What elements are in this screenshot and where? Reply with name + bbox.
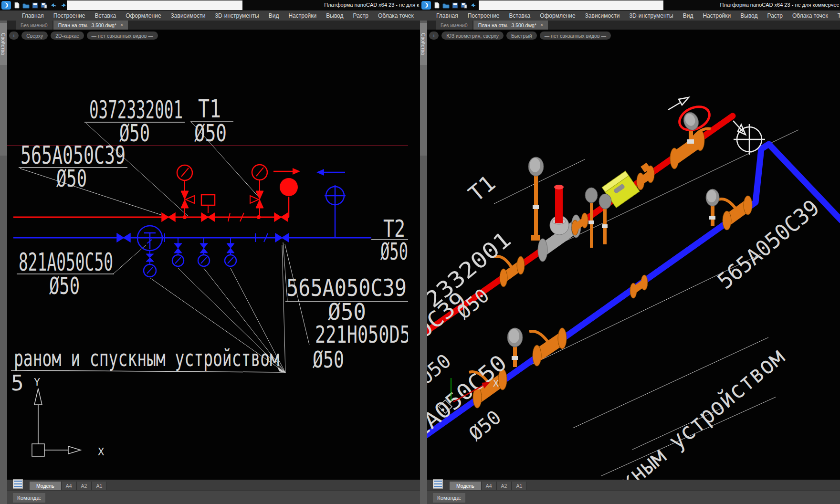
- titlebar[interactable]: Платформа nanoCAD x64 23 - не для коммер…: [420, 0, 840, 10]
- menu-item[interactable]: Главная: [17, 12, 49, 19]
- new-file-icon[interactable]: [14, 2, 20, 9]
- tab-plan-dwg[interactable]: План на отм. -3.500.dwg*×: [53, 21, 128, 30]
- red-tank-symbol: [280, 178, 298, 196]
- drawing-viewport-3d[interactable]: +ЮЗ изометрия, сверхуБыстрый— нет связан…: [427, 30, 840, 480]
- menu-item[interactable]: Вставка: [504, 12, 536, 19]
- menu-item[interactable]: Оформление: [121, 12, 166, 19]
- tab-close-icon[interactable]: ×: [540, 22, 543, 28]
- undo-icon[interactable]: [50, 2, 57, 8]
- layouts-menu-icon[interactable]: [433, 479, 443, 489]
- window-title: Платформа nanoCAD x64 23 - не для к: [324, 2, 419, 8]
- tab-close-icon[interactable]: ×: [120, 22, 123, 28]
- blue-drop-2: [198, 238, 210, 266]
- viewport-control-pill[interactable]: +: [429, 32, 439, 40]
- svg-text:Ø50: Ø50: [380, 238, 408, 265]
- window-title: Платформа nanoCAD x64 23 - не для коммер…: [720, 2, 839, 8]
- cad-labels: 0372332001 Ø50 Т1 Ø50 565А050С39 Ø50 821…: [11, 94, 408, 395]
- menu-item[interactable]: Облака точек: [788, 12, 833, 19]
- save-icon[interactable]: [452, 2, 458, 9]
- menu-item[interactable]: 3D-инструменты: [210, 12, 263, 19]
- titlebar[interactable]: Платформа nanoCAD x64 23 - не для к: [0, 0, 420, 10]
- new-file-icon[interactable]: [434, 2, 440, 9]
- menu-item[interactable]: 3D-инструменты: [624, 12, 678, 19]
- layout-tab[interactable]: А1: [512, 482, 527, 490]
- command-line-bar[interactable]: Команда:: [7, 490, 420, 504]
- svg-text:Ø50: Ø50: [194, 119, 227, 147]
- viewport-control-pill[interactable]: Сверху: [21, 32, 48, 40]
- nanocad-window-right: Платформа nanoCAD x64 23 - не для коммер…: [420, 0, 840, 504]
- open-folder-icon[interactable]: [22, 2, 30, 9]
- svg-text:565А050С39: 565А050С39: [713, 194, 824, 294]
- menu-item[interactable]: Вывод: [321, 12, 348, 19]
- layout-tab[interactable]: Модель: [450, 482, 482, 490]
- svg-text:Т1: Т1: [463, 170, 500, 207]
- menu-item[interactable]: Топ: [833, 12, 840, 19]
- command-line-bar[interactable]: Команда:: [427, 490, 840, 504]
- nanocad-window-left: Платформа nanoCAD x64 23 - не для к Глав…: [0, 0, 420, 504]
- viewport-control-pill[interactable]: +: [9, 32, 19, 40]
- undo-icon[interactable]: [470, 2, 477, 8]
- save-all-icon[interactable]: [41, 2, 47, 9]
- menu-item[interactable]: Зависимости: [580, 12, 625, 19]
- document-tabs: Без имени0 План на отм. -3.500.dwg*×: [7, 21, 420, 30]
- tab-untitled[interactable]: Без имени0: [16, 21, 52, 30]
- viewport-control-pill[interactable]: ЮЗ изометрия, сверху: [441, 32, 504, 40]
- document-tabs: Без имени0 План на отм. -3.500.dwg*×: [427, 21, 840, 30]
- svg-text:X: X: [493, 378, 499, 389]
- layouts-menu-icon[interactable]: [13, 479, 23, 489]
- gauges-blue-line: [507, 189, 719, 367]
- redo-icon[interactable]: [60, 2, 67, 8]
- menu-item[interactable]: Настройки: [698, 12, 735, 19]
- menu-item[interactable]: Построение: [49, 12, 90, 19]
- svg-text:565А050С39: 565А050С39: [286, 274, 407, 302]
- layout-tab[interactable]: А1: [92, 482, 107, 490]
- viewport-control-pill[interactable]: — нет связанных видов —: [540, 32, 611, 40]
- nanocad-dual-screens: Платформа nanoCAD x64 23 - не для к Глав…: [0, 0, 840, 504]
- menu-item[interactable]: Облака точек: [373, 12, 419, 19]
- menu-item[interactable]: Вставка: [90, 12, 121, 19]
- plan-drawing-svg: 0372332001 Ø50 Т1 Ø50 565А050С39 Ø50 821…: [7, 30, 408, 480]
- layout-tab[interactable]: А4: [482, 482, 497, 490]
- menu-item[interactable]: Построение: [463, 12, 504, 19]
- blue-drop-1: [172, 238, 184, 266]
- drawing-viewport-2d[interactable]: +Сверху2D-каркас— нет связанных видов —: [7, 30, 420, 480]
- properties-tab[interactable]: Свойства: [420, 23, 427, 65]
- command-prompt[interactable]: Команда:: [433, 493, 465, 503]
- open-folder-icon[interactable]: [442, 2, 450, 9]
- properties-tab[interactable]: Свойства: [0, 23, 7, 65]
- layout-tab[interactable]: А2: [497, 482, 512, 490]
- menu-item[interactable]: Вывод: [735, 12, 762, 19]
- viewport-control-pill[interactable]: 2D-каркас: [51, 32, 84, 40]
- viewport-control-pill[interactable]: — нет связанных видов —: [87, 32, 158, 40]
- nanocad-logo-icon: [1, 0, 11, 10]
- layout-tabs-bar: МодельА4А2А1: [427, 480, 840, 490]
- properties-panel-strip: Свойства: [0, 21, 7, 504]
- svg-text:Ø50: Ø50: [49, 272, 80, 300]
- cad-labels-3d: Т1 0372332001 Ø50 565А050С39 Ø50 821А050…: [427, 170, 824, 480]
- menu-item[interactable]: Главная: [431, 12, 463, 19]
- blue-drop-3: [225, 238, 236, 266]
- tab-untitled[interactable]: Без имени0: [436, 21, 472, 30]
- svg-text:Y: Y: [34, 376, 40, 388]
- menu-item[interactable]: Растр: [348, 12, 373, 19]
- menu-item[interactable]: Вид: [264, 12, 284, 19]
- nanocad-logo-icon: [421, 0, 431, 10]
- layout-tab[interactable]: А4: [62, 482, 77, 490]
- menu-item[interactable]: Зависимости: [166, 12, 210, 19]
- layout-tab[interactable]: Модель: [30, 482, 62, 490]
- properties-panel-strip: Свойства: [420, 21, 427, 504]
- menu-item[interactable]: Вид: [678, 12, 698, 19]
- titlebar-light-strip: [67, 0, 242, 10]
- menu-item[interactable]: Оформление: [535, 12, 580, 19]
- viewport-control-pill[interactable]: Быстрый: [506, 32, 537, 40]
- command-prompt[interactable]: Команда:: [13, 493, 45, 503]
- menu-item[interactable]: Настройки: [284, 12, 321, 19]
- svg-text:5: 5: [11, 371, 24, 395]
- layout-tab[interactable]: А2: [77, 482, 92, 490]
- red-riser: [555, 187, 563, 223]
- save-icon[interactable]: [32, 2, 38, 9]
- tab-plan-dwg[interactable]: План на отм. -3.500.dwg*×: [473, 21, 548, 30]
- menu-item[interactable]: Растр: [763, 12, 788, 19]
- save-all-icon[interactable]: [461, 2, 467, 9]
- layout-tabs-bar: МодельА4А2А1: [7, 480, 420, 490]
